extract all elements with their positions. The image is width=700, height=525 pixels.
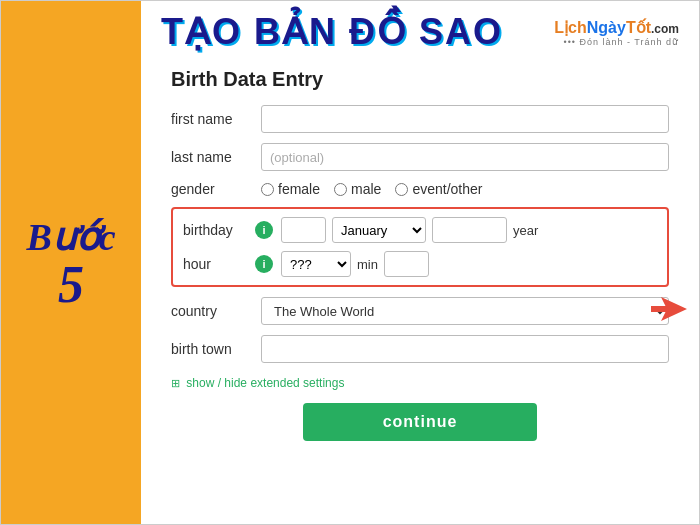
logo-name: LịchNgàyTốt.com bbox=[554, 18, 679, 37]
logo-tốt: Tốt bbox=[626, 19, 651, 36]
min-input[interactable] bbox=[384, 251, 429, 277]
step-indicator: Bước 5 bbox=[26, 215, 115, 311]
birth-town-row: birth town bbox=[171, 335, 669, 363]
show-hide-link[interactable]: ⊞ show / hide extended settings bbox=[171, 376, 344, 390]
gender-male-label: male bbox=[351, 181, 381, 197]
last-name-label: last name bbox=[171, 149, 261, 165]
country-label: country bbox=[171, 303, 261, 319]
gender-label: gender bbox=[171, 181, 261, 197]
logo: LịchNgàyTốt.com ••• Đón lành - Tránh dữ bbox=[554, 18, 679, 47]
gender-female-label: female bbox=[278, 181, 320, 197]
hour-row: hour i ??? 0:001:002:00 3:004:005:00 6:0… bbox=[183, 251, 657, 277]
gender-event-radio[interactable] bbox=[395, 183, 408, 196]
hour-info-icon[interactable]: i bbox=[255, 255, 273, 273]
country-row: country The Whole World United States Vi… bbox=[171, 297, 669, 325]
gender-male-radio[interactable] bbox=[334, 183, 347, 196]
birthday-label: birthday bbox=[183, 222, 255, 238]
plus-icon: ⊞ bbox=[171, 377, 180, 389]
step-number: 5 bbox=[26, 259, 115, 311]
birthday-month-select[interactable]: January February March April May June Ju… bbox=[332, 217, 426, 243]
first-name-input[interactable] bbox=[261, 105, 669, 133]
main-content: TẠO BẢN ĐỒ SAO LịchNgàyTốt.com ••• Đón l… bbox=[141, 1, 699, 524]
highlighted-section: birthday i January February March April … bbox=[171, 207, 669, 287]
form-area: Birth Data Entry first name last name ge… bbox=[141, 58, 699, 524]
show-hide-row: ⊞ show / hide extended settings bbox=[171, 373, 669, 391]
show-hide-label: show / hide extended settings bbox=[186, 376, 344, 390]
first-name-row: first name bbox=[171, 105, 669, 133]
hour-select[interactable]: ??? 0:001:002:00 3:004:005:00 6:007:008:… bbox=[281, 251, 351, 277]
first-name-label: first name bbox=[171, 111, 261, 127]
continue-button[interactable]: continue bbox=[303, 403, 538, 441]
gender-female[interactable]: female bbox=[261, 181, 320, 197]
birthday-day-input[interactable] bbox=[281, 217, 326, 243]
logo-lịch: Lịch bbox=[554, 19, 586, 36]
gender-male[interactable]: male bbox=[334, 181, 381, 197]
country-select[interactable]: The Whole World United States Vietnam bbox=[261, 297, 669, 325]
gender-event[interactable]: event/other bbox=[395, 181, 482, 197]
continue-btn-row: continue bbox=[171, 403, 669, 451]
logo-ngày: Ngày bbox=[587, 19, 626, 36]
gender-options: female male event/other bbox=[261, 181, 482, 197]
min-label: min bbox=[357, 257, 378, 272]
header: TẠO BẢN ĐỒ SAO LịchNgàyTốt.com ••• Đón l… bbox=[141, 1, 699, 58]
birthday-year-input[interactable] bbox=[432, 217, 507, 243]
birthday-row: birthday i January February March April … bbox=[183, 217, 657, 243]
gender-row: gender female male event/other bbox=[171, 181, 669, 197]
sidebar: Bước 5 bbox=[1, 1, 141, 524]
birth-town-input[interactable] bbox=[261, 335, 669, 363]
form-title: Birth Data Entry bbox=[171, 68, 669, 91]
step-label: Bước bbox=[26, 215, 115, 259]
hour-label: hour bbox=[183, 256, 255, 272]
gender-female-radio[interactable] bbox=[261, 183, 274, 196]
last-name-input[interactable] bbox=[261, 143, 669, 171]
birth-town-label: birth town bbox=[171, 341, 261, 357]
year-label: year bbox=[513, 223, 538, 238]
last-name-row: last name bbox=[171, 143, 669, 171]
logo-domain: .com bbox=[651, 22, 679, 36]
logo-tagline: ••• Đón lành - Tránh dữ bbox=[564, 37, 680, 47]
birthday-info-icon[interactable]: i bbox=[255, 221, 273, 239]
page-title: TẠO BẢN ĐỒ SAO bbox=[161, 11, 503, 53]
gender-event-label: event/other bbox=[412, 181, 482, 197]
